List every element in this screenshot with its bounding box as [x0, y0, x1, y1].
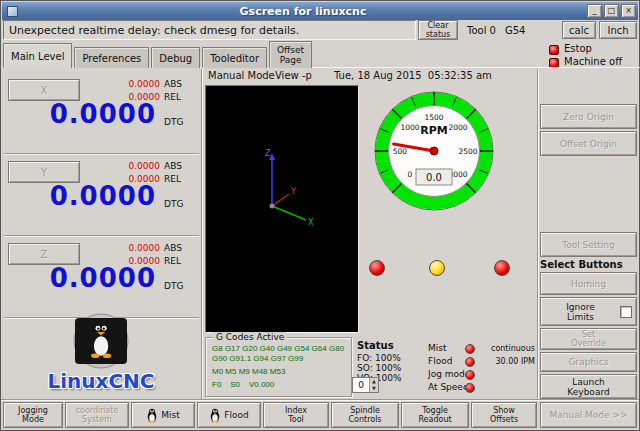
ignore-limits-toggle[interactable]: Ignore Limits	[540, 297, 637, 326]
estop-led-icon	[549, 45, 559, 55]
flood-led-icon	[465, 357, 475, 367]
status-panel-title: Status	[357, 340, 394, 351]
coordinate-system-button[interactable]: coordinate System	[65, 402, 129, 428]
gauge-tick: 1000	[400, 123, 419, 132]
axis-y-abs-value: 0.0000	[129, 161, 161, 171]
axis-x-abs-value: 0.0000	[129, 79, 161, 89]
machine-off-toggle[interactable]: Machine off	[564, 56, 622, 67]
override-spinbox[interactable]: 0 ▲▼	[352, 377, 379, 393]
status-led-left-icon	[369, 260, 385, 276]
maximize-button-icon[interactable]: □	[604, 4, 619, 18]
select-buttons-label: Select Buttons	[540, 259, 637, 270]
estop-toggle[interactable]: Estop	[564, 43, 592, 54]
spin-up-icon[interactable]: ▲	[370, 378, 378, 385]
axis-y-block: Y 0.0000 ABS 0.0000 REL 0.0000 DTG	[3, 157, 200, 235]
axis-z-rel-label: REL	[164, 256, 181, 266]
spindle-controls-button[interactable]: Spindle Controls	[331, 402, 399, 428]
jog-rate-value: 30.00 IPM	[479, 357, 535, 366]
index-tool-button[interactable]: Index Tool	[263, 402, 329, 428]
tab-offset-page[interactable]: Offset Page	[269, 41, 312, 68]
jog-mode-indicator-label: Jog mode	[428, 369, 470, 379]
show-offsets-button[interactable]: Show Offsets	[471, 402, 537, 428]
svg-text:Z: Z	[265, 149, 271, 158]
mist-button[interactable]: Mist	[131, 402, 195, 428]
gauge-tick: 2000	[448, 123, 467, 132]
axis-z-block: Z 0.0000 ABS 0.0000 REL 0.0000 DTG	[3, 239, 200, 317]
linuxcnc-logo-image	[41, 311, 161, 371]
tab-debug[interactable]: Debug	[151, 47, 200, 68]
tab-main-level[interactable]: Main Level	[3, 43, 72, 68]
axis-x-rel-label: REL	[164, 92, 181, 102]
gauge-title: RPM	[420, 124, 447, 137]
launch-keyboard-button[interactable]: Launch Keyboard	[540, 374, 637, 399]
axis-z-abs-value: 0.0000	[129, 243, 161, 253]
set-override-button[interactable]: Set Override	[540, 328, 637, 350]
manual-mode-button[interactable]: Manual Mode >>	[540, 402, 637, 428]
datetime-label: Tue, 18 Aug 2015 05:32:35 am	[334, 70, 492, 81]
tab-preferences[interactable]: Preferences	[74, 47, 149, 68]
tux-icon	[146, 408, 158, 423]
axis-separator	[4, 153, 199, 155]
origin-axes-icon: Z X Y	[248, 144, 318, 234]
flood-button[interactable]: Flood	[197, 402, 261, 428]
axis-z-dtg-label: DTG	[164, 281, 183, 291]
override-spinbox-value: 0	[353, 378, 369, 392]
axis-x-dtg-label: DTG	[164, 117, 183, 127]
toggle-readout-button[interactable]: Toggle Readout	[401, 402, 469, 428]
gauge-tick: 500	[393, 147, 408, 156]
at-speed-indicator-label: At Speed	[428, 382, 469, 392]
flood-indicator-label: Flood	[428, 356, 452, 366]
axis-x-block: X 0.0000 ABS 0.0000 REL 0.0000 DTG	[3, 75, 200, 153]
axis-y-button[interactable]: Y	[8, 161, 80, 183]
rpm-gauge: 0 500 1000 1500 2000 2500 3000 RPM 0.0	[364, 81, 504, 221]
toolbar-separator	[1, 399, 639, 401]
window-title: Gscreen for linuxcnc	[21, 5, 585, 18]
axis-x-button[interactable]: X	[8, 79, 80, 101]
gauge-tick: 0	[408, 170, 413, 179]
zero-origin-button[interactable]: Zero Origin	[540, 104, 637, 129]
axis-z-dtg-value: 0.0000	[3, 263, 156, 293]
axis-y-rel-label: REL	[164, 174, 181, 184]
units-button[interactable]: Inch	[599, 21, 637, 39]
linuxcnc-logo: LinuxCNC	[29, 311, 173, 393]
axis-z-abs-label: ABS	[164, 243, 182, 253]
window-icon	[7, 6, 18, 17]
tux-icon	[209, 408, 221, 423]
axis-y-dtg-value: 0.0000	[3, 181, 156, 211]
realtime-status-message: Unexpected realtime delay: check dmesg f…	[3, 20, 416, 40]
offset-origin-button[interactable]: Offset Origin	[540, 131, 637, 156]
svg-text:X: X	[308, 218, 314, 227]
flood-button-label: Flood	[224, 411, 248, 420]
panel-divider	[201, 69, 203, 399]
minimize-button-icon[interactable]: _	[587, 4, 602, 18]
axis-y-abs-label: ABS	[164, 161, 182, 171]
gauge-tick: 2500	[458, 147, 477, 156]
fsv-line: F0 S0 V0.000	[212, 380, 274, 389]
homing-button[interactable]: Homing	[540, 272, 637, 295]
view-label: View -p	[275, 70, 312, 81]
calc-button[interactable]: calc	[562, 21, 596, 39]
gauge-tick: 1500	[424, 113, 443, 122]
tab-tooleditor[interactable]: Tooleditor	[202, 47, 267, 68]
notebook-tabs: Main Level Preferences Debug Tooleditor …	[3, 41, 314, 68]
app-window: Gscreen for linuxcnc _ □ × Unexpected re…	[0, 0, 640, 431]
tool-setting-button[interactable]: Tool Setting	[540, 232, 637, 257]
tool-number-label: Tool 0	[467, 25, 496, 36]
axis-z-button[interactable]: Z	[8, 243, 80, 265]
close-button-icon[interactable]: ×	[621, 4, 636, 18]
titlebar: Gscreen for linuxcnc _ □ ×	[2, 2, 638, 20]
spindle-override-value: SO: 100%	[357, 363, 401, 373]
clear-status-button[interactable]: Clear status	[418, 20, 458, 40]
ignore-limits-label: Ignore Limits	[541, 302, 620, 322]
gcode-line: G8 G17 G20 G40 G49 G54 G64 G80	[212, 344, 344, 353]
axis-separator	[4, 235, 199, 237]
spin-down-icon[interactable]: ▼	[370, 385, 378, 392]
gremlin-3d-view[interactable]: Z X Y	[205, 85, 359, 333]
axis-y-dtg-label: DTG	[164, 199, 183, 209]
work-offset-label: G54	[505, 25, 525, 36]
graphics-button[interactable]: Graphics	[540, 352, 637, 372]
jogging-mode-button[interactable]: Jogging Mode	[3, 402, 63, 428]
axis-x-dtg-value: 0.0000	[3, 99, 156, 129]
at-speed-led-icon	[465, 383, 475, 393]
ignore-limits-checkbox[interactable]	[620, 306, 632, 318]
